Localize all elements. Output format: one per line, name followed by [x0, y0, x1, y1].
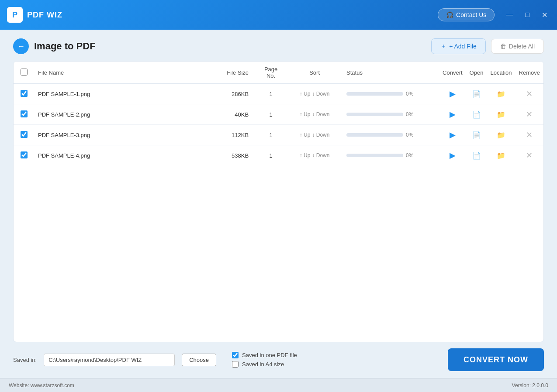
- play-convert-btn-1[interactable]: ▶: [450, 89, 456, 99]
- col-header-remove: Remove: [515, 62, 543, 84]
- page-title: Image to PDF: [34, 41, 96, 52]
- one-pdf-checkbox[interactable]: [232, 352, 239, 358]
- row-filename-1: PDF SAMPLE-1.png: [35, 84, 221, 104]
- row-convert-1: ▶: [439, 84, 466, 104]
- row-location-2: 📁: [487, 104, 515, 125]
- option-one-pdf-row: Saved in one PDF file: [232, 352, 297, 358]
- play-convert-btn-4[interactable]: ▶: [450, 151, 456, 160]
- col-header-filename: File Name: [35, 62, 221, 84]
- row-location-1: 📁: [487, 84, 515, 104]
- row-checkbox-4[interactable]: [21, 151, 28, 158]
- sort-down-btn-2[interactable]: ↓ Down: [312, 111, 329, 117]
- row-convert-3: ▶: [439, 125, 466, 145]
- open-location-btn-3[interactable]: 📁: [495, 130, 507, 140]
- row-pct-1: 0%: [406, 91, 418, 97]
- sort-up-btn-1[interactable]: ↑ Up: [300, 91, 311, 97]
- row-location-3: 📁: [487, 125, 515, 145]
- row-filesize-4: 538KB: [221, 145, 256, 166]
- row-status-2: 0%: [343, 104, 439, 125]
- remove-row-btn-2[interactable]: ✕: [524, 109, 534, 120]
- sort-up-btn-2[interactable]: ↑ Up: [300, 111, 311, 117]
- play-convert-btn-3[interactable]: ▶: [450, 130, 456, 140]
- select-all-checkbox[interactable]: [21, 69, 28, 76]
- one-pdf-label: Saved in one PDF file: [242, 352, 297, 358]
- row-status-4: 0%: [343, 145, 439, 166]
- row-status-1: 0%: [343, 84, 439, 104]
- row-checkbox-1[interactable]: [21, 90, 28, 97]
- play-convert-btn-2[interactable]: ▶: [450, 110, 456, 119]
- sort-down-btn-1[interactable]: ↓ Down: [312, 91, 329, 97]
- remove-row-btn-3[interactable]: ✕: [524, 129, 534, 141]
- sort-up-btn-4[interactable]: ↑ Up: [300, 152, 311, 158]
- row-pageno-4: 1: [256, 145, 286, 166]
- row-pct-3: 0%: [406, 132, 418, 138]
- open-file-btn-4[interactable]: 📄: [471, 151, 483, 161]
- row-status-3: 0%: [343, 125, 439, 145]
- app-logo-icon: P: [7, 7, 23, 23]
- table-row: PDF SAMPLE-4.png 538KB 1 ↑ Up ↓ Down 0% …: [14, 145, 543, 166]
- add-file-button[interactable]: ＋ + Add File: [431, 38, 486, 54]
- row-checkbox-2[interactable]: [21, 110, 28, 117]
- row-pct-4: 0%: [406, 152, 418, 158]
- table-header-row: File Name File Size Page No. Sort Status…: [14, 62, 543, 84]
- website-text: Website: www.starzsoft.com: [9, 382, 74, 389]
- titlebar: P PDF WIZ 🎧 Contact Us — □ ✕: [0, 0, 557, 30]
- app-title: PDF WIZ: [27, 10, 62, 20]
- row-remove-3: ✕: [515, 125, 543, 145]
- delete-all-button[interactable]: 🗑 Delete All: [491, 39, 544, 54]
- row-filename-4: PDF SAMPLE-4.png: [35, 145, 221, 166]
- contact-us-button[interactable]: 🎧 Contact Us: [438, 8, 495, 21]
- restore-button[interactable]: □: [522, 9, 532, 21]
- sort-down-btn-3[interactable]: ↓ Down: [312, 132, 329, 138]
- close-button[interactable]: ✕: [539, 9, 550, 21]
- open-file-btn-1[interactable]: 📄: [471, 89, 483, 99]
- row-open-4: 📄: [466, 145, 487, 166]
- plus-icon: ＋: [440, 42, 446, 50]
- row-pct-2: 0%: [406, 111, 418, 117]
- save-path-input[interactable]: [44, 354, 175, 366]
- sort-up-btn-3[interactable]: ↑ Up: [300, 132, 311, 138]
- row-filename-3: PDF SAMPLE-3.png: [35, 125, 221, 145]
- row-remove-1: ✕: [515, 84, 543, 104]
- a4-size-label: Saved in A4 size: [242, 361, 284, 368]
- version-text: Version: 2.0.0.0: [512, 382, 548, 389]
- col-header-convert: Convert: [439, 62, 466, 84]
- open-location-btn-1[interactable]: 📁: [495, 89, 507, 99]
- a4-size-checkbox[interactable]: [232, 361, 239, 368]
- col-header-sort: Sort: [286, 62, 343, 84]
- row-filesize-1: 286KB: [221, 84, 256, 104]
- col-header-open: Open: [466, 62, 487, 84]
- choose-button[interactable]: Choose: [182, 354, 216, 366]
- footer-area: Saved in: Choose Saved in one PDF file S…: [13, 348, 544, 371]
- logo-area: P PDF WIZ: [7, 7, 62, 23]
- col-header-location: Location: [487, 62, 515, 84]
- row-open-1: 📄: [466, 84, 487, 104]
- status-bar: Website: www.starzsoft.com Version: 2.0.…: [0, 378, 557, 392]
- open-location-btn-4[interactable]: 📁: [495, 151, 507, 161]
- minimize-button[interactable]: —: [503, 9, 515, 21]
- open-location-btn-2[interactable]: 📁: [495, 110, 507, 120]
- back-arrow-icon: ←: [17, 42, 25, 51]
- back-button[interactable]: ←: [13, 38, 29, 54]
- col-header-status: Status: [343, 62, 439, 84]
- row-remove-4: ✕: [515, 145, 543, 166]
- row-location-4: 📁: [487, 145, 515, 166]
- file-table: File Name File Size Page No. Sort Status…: [14, 62, 543, 165]
- sort-down-btn-4[interactable]: ↓ Down: [312, 152, 329, 158]
- open-file-btn-2[interactable]: 📄: [471, 110, 483, 120]
- row-pageno-2: 1: [256, 104, 286, 125]
- file-table-body: PDF SAMPLE-1.png 286KB 1 ↑ Up ↓ Down 0% …: [14, 84, 543, 166]
- row-pageno-1: 1: [256, 84, 286, 104]
- options-area: Saved in one PDF file Saved in A4 size: [232, 352, 297, 368]
- convert-now-button[interactable]: CONVERT NOW: [448, 348, 544, 371]
- remove-row-btn-4[interactable]: ✕: [524, 150, 534, 161]
- remove-row-btn-1[interactable]: ✕: [524, 88, 534, 100]
- row-checkbox-3[interactable]: [21, 131, 28, 138]
- row-convert-2: ▶: [439, 104, 466, 125]
- option-a4-size-row: Saved in A4 size: [232, 361, 297, 368]
- open-file-btn-3[interactable]: 📄: [471, 130, 483, 140]
- main-content: ← Image to PDF ＋ + Add File 🗑 Delete All…: [0, 30, 557, 378]
- col-header-filesize: File Size: [221, 62, 256, 84]
- row-filename-2: PDF SAMPLE-2.png: [35, 104, 221, 125]
- row-pageno-3: 1: [256, 125, 286, 145]
